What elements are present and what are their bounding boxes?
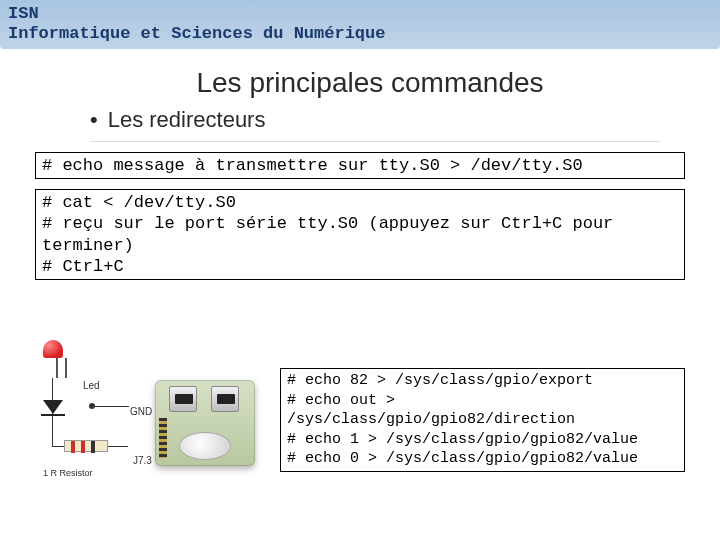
page-title: Les principales commandes	[80, 67, 660, 99]
resistor-label: 1 R Resistor	[43, 468, 93, 478]
j73-label: J7.3	[133, 455, 152, 466]
wire	[52, 446, 64, 447]
led-icon	[43, 340, 63, 358]
header-line2: Informatique et Sciences du Numérique	[8, 24, 712, 44]
bullet-dot-icon: •	[90, 107, 98, 132]
circuit-diagram: Led GND J7.3 1 R Resistor	[35, 340, 260, 480]
title-area: Les principales commandes •Les redirecte…	[0, 67, 720, 142]
diode-icon	[43, 400, 63, 414]
wire	[91, 406, 129, 407]
bullet-text: Les redirecteurs	[108, 107, 266, 132]
wire	[52, 416, 53, 446]
wire	[108, 446, 128, 447]
code-block-echo-tty: # echo message à transmettre sur tty.S0 …	[35, 152, 685, 179]
usb-port-icon	[169, 386, 197, 412]
header-line1: ISN	[8, 4, 712, 24]
bullet-item: •Les redirecteurs	[90, 107, 660, 142]
dev-board-icon	[155, 380, 255, 466]
code-block-gpio: # echo 82 > /sys/class/gpio/export # ech…	[280, 368, 685, 472]
gnd-label: GND	[130, 406, 152, 417]
resistor-icon	[64, 440, 108, 452]
diode-bar	[41, 414, 65, 416]
led-label: Led	[83, 380, 100, 391]
gpio-pins-icon	[159, 418, 167, 458]
gpio-code-column: # echo 82 > /sys/class/gpio/export # ech…	[280, 340, 685, 472]
coin-cell-icon	[179, 432, 231, 460]
code-block-cat-tty: # cat < /dev/tty.S0 # reçu sur le port s…	[35, 189, 685, 280]
usb-port-icon	[211, 386, 239, 412]
slide-header: ISN Informatique et Sciences du Numériqu…	[0, 0, 720, 49]
bottom-row: Led GND J7.3 1 R Resistor # echo 82 > /s…	[35, 340, 685, 480]
